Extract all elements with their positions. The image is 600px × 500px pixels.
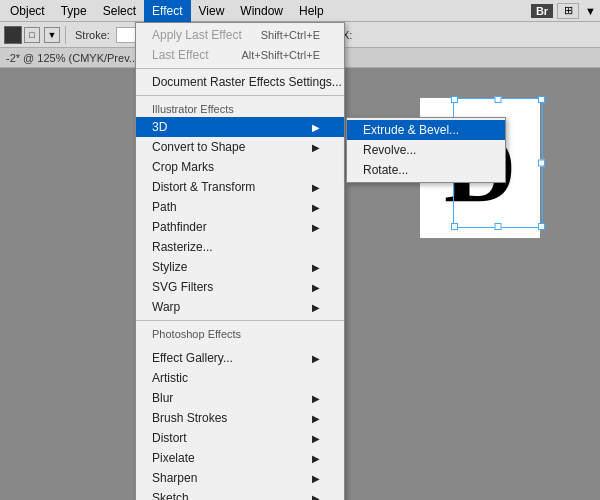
svg-filters[interactable]: SVG Filters ▶ xyxy=(136,277,344,297)
submenu-3d: Extrude & Bevel... Revolve... Rotate... xyxy=(346,117,506,183)
grid-button[interactable]: ⊞ xyxy=(557,3,579,19)
distort-transform[interactable]: Distort & Transform ▶ xyxy=(136,177,344,197)
doc-title: -2* @ 125% (CMYK/Prev... xyxy=(6,52,138,64)
brush-strokes[interactable]: Blur ▶ xyxy=(136,388,344,408)
effect-menu[interactable]: Effect xyxy=(144,0,190,22)
stroke-label: Stroke: xyxy=(71,29,114,41)
help-menu[interactable]: Help xyxy=(291,0,332,22)
type-menu[interactable]: Type xyxy=(53,0,95,22)
arrow-icon[interactable]: ▼ xyxy=(44,27,60,43)
sep1 xyxy=(65,26,66,44)
apply-last-effect[interactable]: Apply Last Effect Shift+Ctrl+E xyxy=(136,25,344,45)
sep-1 xyxy=(136,68,344,69)
menubar: Object Type Select Effect View Window He… xyxy=(0,0,600,22)
sketch[interactable]: Sharpen ▶ xyxy=(136,468,344,488)
extrude-bevel[interactable]: Extrude & Bevel... xyxy=(347,120,505,140)
stylize-photoshop[interactable]: Sketch ▶ xyxy=(136,488,344,500)
3d-menu[interactable]: 3D ▶ Extrude & Bevel... Revolve... Rotat… xyxy=(136,117,344,137)
rotate-3d[interactable]: Rotate... xyxy=(347,160,505,180)
window-menu[interactable]: Window xyxy=(232,0,291,22)
warp[interactable]: Warp ▶ xyxy=(136,297,344,317)
path-menu[interactable]: Path ▶ xyxy=(136,197,344,217)
pathfinder[interactable]: Pathfinder ▶ xyxy=(136,217,344,237)
br-button[interactable]: Br xyxy=(531,4,553,18)
sharpen[interactable]: Pixelate ▶ xyxy=(136,448,344,468)
photoshop-effects-label: Photoshop Effects xyxy=(136,324,344,342)
object-menu[interactable]: Object xyxy=(2,0,53,22)
view-menu[interactable]: View xyxy=(191,0,233,22)
stylize-illustrator[interactable]: Stylize ▶ xyxy=(136,257,344,277)
artistic[interactable]: Effect Gallery... ▶ xyxy=(136,348,344,368)
crop-marks[interactable]: Crop Marks xyxy=(136,157,344,177)
blur[interactable]: Artistic xyxy=(136,368,344,388)
sep-2 xyxy=(136,95,344,96)
expand-arrow[interactable]: ▼ xyxy=(583,5,598,17)
distort[interactable]: Brush Strokes ▶ xyxy=(136,408,344,428)
tool-icon xyxy=(4,26,22,44)
rasterize[interactable]: Rasterize... xyxy=(136,237,344,257)
pixelate[interactable]: Distort ▶ xyxy=(136,428,344,448)
convert-shape[interactable]: Convert to Shape ▶ xyxy=(136,137,344,157)
revolve[interactable]: Revolve... xyxy=(347,140,505,160)
illustrator-effects-label: Illustrator Effects xyxy=(136,99,344,117)
fill-icon[interactable]: □ xyxy=(24,27,40,43)
select-menu[interactable]: Select xyxy=(95,0,144,22)
last-effect[interactable]: Last Effect Alt+Shift+Ctrl+E xyxy=(136,45,344,65)
document-raster[interactable]: Document Raster Effects Settings... xyxy=(136,72,344,92)
effect-dropdown: Apply Last Effect Shift+Ctrl+E Last Effe… xyxy=(135,22,345,500)
sep-3 xyxy=(136,320,344,321)
